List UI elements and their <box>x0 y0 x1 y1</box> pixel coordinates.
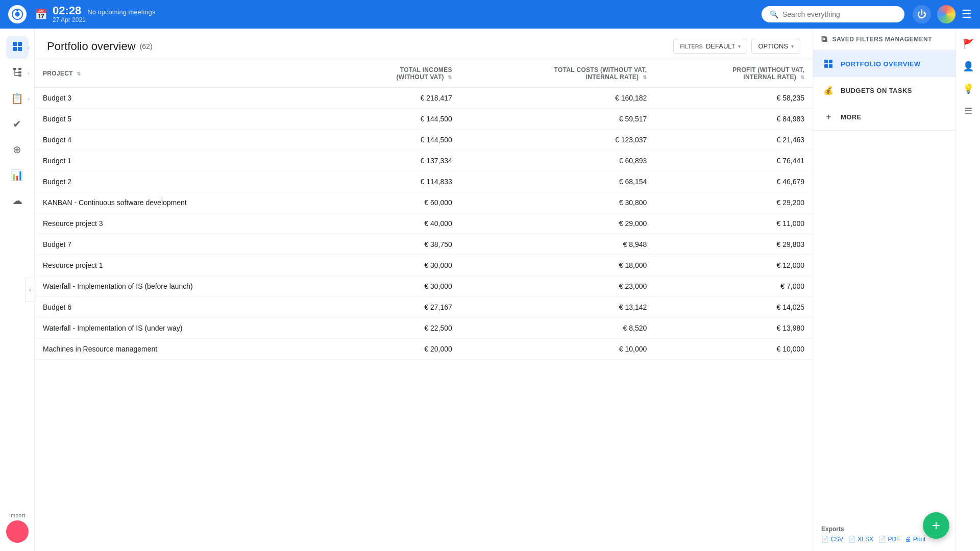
cell-project: Budget 7 <box>35 234 331 255</box>
sort-icon: ⇅ <box>643 74 647 80</box>
table-wrapper: PROJECT ⇅ TOTAL INCOMES(WITHOUT VAT) ⇅ T… <box>35 60 813 360</box>
cell-profit: € 13,980 <box>655 318 813 339</box>
chevron-down-icon: ▾ <box>791 43 794 49</box>
more-item[interactable]: ＋ MORE <box>813 104 955 130</box>
export-pdf[interactable]: 📄 PDF <box>878 536 900 543</box>
flag-icon-button[interactable]: 🚩 <box>959 35 977 53</box>
table-row[interactable]: Resource project 3 € 40,000 € 29,000 € 1… <box>35 213 813 234</box>
plus-icon: ＋ <box>821 110 836 124</box>
table-row[interactable]: Budget 2 € 114,833 € 68,154 € 46,679 <box>35 171 813 192</box>
search-bar[interactable]: 🔍 <box>762 6 904 22</box>
table-row[interactable]: Budget 4 € 144,500 € 123,037 € 21,463 <box>35 130 813 151</box>
svg-rect-15 <box>829 60 832 63</box>
export-xlsx[interactable]: 📄 XLSX <box>848 536 873 543</box>
svg-rect-8 <box>18 68 21 70</box>
table-row[interactable]: Budget 1 € 137,334 € 60,893 € 76,441 <box>35 151 813 171</box>
user-search-icon-button[interactable]: 👤 <box>959 57 977 76</box>
cell-project: Waterfall - Implementation of IS (before… <box>35 276 331 297</box>
avatar[interactable] <box>937 5 955 23</box>
portfolio-overview-item[interactable]: PORTFOLIO OVERVIEW <box>813 51 955 77</box>
meeting-status: No upcoming meetings <box>87 8 155 16</box>
table-row[interactable]: Budget 7 € 38,750 € 8,948 € 29,803 <box>35 234 813 255</box>
sidebar-item-cloud[interactable]: ☁ <box>6 189 29 212</box>
portfolio-overview-label: PORTFOLIO OVERVIEW <box>841 60 920 68</box>
cell-project: Waterfall - Implementation of IS (under … <box>35 318 331 339</box>
page-header: Portfolio overview (62) FILTERS DEFAULT … <box>35 29 813 60</box>
import-label: Import <box>6 512 29 518</box>
table-row[interactable]: Waterfall - Implementation of IS (before… <box>35 276 813 297</box>
sidebar-expand-toggle[interactable]: › <box>25 278 35 302</box>
current-time: 02:28 <box>53 5 81 16</box>
col-total-costs[interactable]: TOTAL COSTS (WITHOUT VAT,INTERNAL RATE) … <box>460 60 655 87</box>
table-row[interactable]: KANBAN - Continuous software development… <box>35 192 813 213</box>
col-total-incomes[interactable]: TOTAL INCOMES(WITHOUT VAT) ⇅ <box>331 60 460 87</box>
cell-profit: € 7,000 <box>655 276 813 297</box>
sidebar-item-grid[interactable]: › <box>6 36 29 59</box>
table-row[interactable]: Machines in Resource management € 20,000… <box>35 339 813 360</box>
table-body: Budget 3 € 218,417 € 160,182 € 58,235 Bu… <box>35 87 813 360</box>
filters-button[interactable]: FILTERS DEFAULT ▾ <box>673 39 748 54</box>
grid-icon <box>12 41 22 54</box>
cell-project: Budget 3 <box>35 87 331 109</box>
budget-icon: 💰 <box>821 83 836 97</box>
lightbulb-icon-button[interactable]: 💡 <box>959 80 977 98</box>
budgets-on-tasks-item[interactable]: 💰 BUDGETS ON TASKS <box>813 77 955 104</box>
fab-button[interactable]: + <box>923 512 949 539</box>
menu-button[interactable]: ☰ <box>962 8 972 21</box>
cell-total-incomes: € 60,000 <box>331 192 460 213</box>
options-button[interactable]: OPTIONS ▾ <box>751 39 800 54</box>
budgets-on-tasks-label: BUDGETS ON TASKS <box>841 87 912 94</box>
cell-project: Machines in Resource management <box>35 339 331 360</box>
filters-label: FILTERS <box>680 43 703 49</box>
checklist-icon-button[interactable]: ☰ <box>959 102 977 120</box>
table-row[interactable]: Resource project 1 € 30,000 € 18,000 € 1… <box>35 255 813 276</box>
table-row[interactable]: Budget 3 € 218,417 € 160,182 € 58,235 <box>35 87 813 109</box>
chart-icon: 📊 <box>11 169 23 181</box>
cell-total-costs: € 8,520 <box>460 318 655 339</box>
cell-profit: € 29,200 <box>655 192 813 213</box>
power-button[interactable]: ⏻ <box>913 5 931 23</box>
export-print[interactable]: 🖨 Print <box>905 536 925 543</box>
sidebar-item-clipboard[interactable]: 📋 › <box>6 87 29 110</box>
sidebar-bottom: Import <box>6 512 29 545</box>
sidebar-wrapper: › › 📋 › <box>0 29 35 551</box>
svg-rect-4 <box>18 42 22 46</box>
export-csv[interactable]: 📄 CSV <box>821 536 843 543</box>
cell-total-incomes: € 20,000 <box>331 339 460 360</box>
table-row[interactable]: Budget 5 € 144,500 € 59,517 € 84,983 <box>35 109 813 130</box>
sidebar-item-tasks[interactable]: ✔ <box>6 113 29 135</box>
col-profit[interactable]: PROFIT (WITHOUT VAT,INTERNAL RATE) ⇅ <box>655 60 813 87</box>
col-project[interactable]: PROJECT ⇅ <box>35 60 331 87</box>
svg-rect-5 <box>13 47 17 51</box>
svg-rect-9 <box>18 71 21 73</box>
table-row[interactable]: Budget 6 € 27,167 € 13,142 € 14,025 <box>35 297 813 318</box>
cell-profit: € 84,983 <box>655 109 813 130</box>
cell-project: Budget 1 <box>35 151 331 171</box>
target-icon: ⊕ <box>13 143 21 156</box>
topbar-actions: ⏻ ☰ <box>913 5 972 23</box>
cell-profit: € 76,441 <box>655 151 813 171</box>
cell-profit: € 58,235 <box>655 87 813 109</box>
cell-total-incomes: € 144,500 <box>331 109 460 130</box>
portfolio-icon <box>821 57 836 71</box>
cell-total-costs: € 160,182 <box>460 87 655 109</box>
cell-total-costs: € 123,037 <box>460 130 655 151</box>
svg-rect-16 <box>824 64 828 68</box>
svg-rect-7 <box>13 68 16 70</box>
sidebar-item-tree[interactable]: › <box>6 62 29 84</box>
import-button[interactable] <box>6 520 29 543</box>
svg-rect-17 <box>829 64 832 68</box>
cell-project: KANBAN - Continuous software development <box>35 192 331 213</box>
cell-total-costs: € 13,142 <box>460 297 655 318</box>
logo[interactable] <box>8 5 27 23</box>
cell-total-incomes: € 40,000 <box>331 213 460 234</box>
search-input[interactable] <box>782 10 896 18</box>
cell-project: Resource project 1 <box>35 255 331 276</box>
cell-profit: € 29,803 <box>655 234 813 255</box>
sidebar-item-charts[interactable]: 📊 <box>6 164 29 186</box>
filter-icon: ⧉ <box>821 35 827 44</box>
page-count: (62) <box>140 42 153 51</box>
cell-total-incomes: € 30,000 <box>331 276 460 297</box>
table-row[interactable]: Waterfall - Implementation of IS (under … <box>35 318 813 339</box>
sidebar-item-target[interactable]: ⊕ <box>6 138 29 161</box>
